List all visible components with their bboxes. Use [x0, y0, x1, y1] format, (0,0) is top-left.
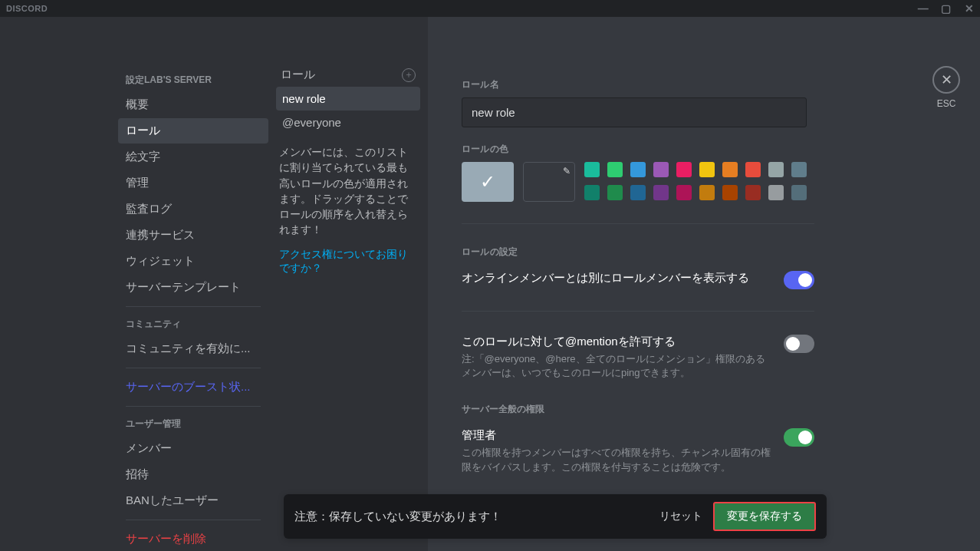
check-icon: ✓	[480, 171, 495, 193]
sidebar-item-bans[interactable]: BANしたユーザー	[118, 488, 268, 513]
role-color-label: ロールの色	[462, 143, 946, 156]
sidebar-divider	[126, 520, 261, 520]
sidebar-item-template[interactable]: サーバーテンプレート	[118, 275, 268, 300]
color-swatch[interactable]	[699, 185, 715, 200]
color-swatch[interactable]	[722, 185, 738, 200]
window-minimize-button[interactable]: —	[917, 3, 929, 14]
color-swatch[interactable]	[745, 185, 761, 200]
discord-wordmark: DISCORD	[6, 4, 48, 13]
sidebar-item-emoji[interactable]: 絵文字	[118, 144, 268, 170]
sidebar-item-widget[interactable]: ウィジェット	[118, 249, 268, 274]
custom-color-swatch[interactable]: ✎	[523, 162, 575, 202]
role-edit-panel: ✕ ESC ロール名 ロールの色 ✓ ✎ ロールの設定 オンラインメンバーとは別…	[428, 17, 980, 551]
unsaved-changes-message: 注意：保存していない変更があります！	[294, 510, 649, 524]
sidebar-header-community: コミュニティ	[118, 313, 268, 335]
settings-sidebar: 設定LAB'S SERVER 概要 ロール 絵文字 管理 監査ログ 連携サービス…	[118, 17, 268, 551]
color-swatch[interactable]	[768, 185, 784, 200]
perm-administrator-note: この権限を持つメンバーはすべての権限を持ち、チャンネル固有の権限をバイパスします…	[462, 446, 771, 473]
sidebar-item-integrations[interactable]: 連携サービス	[118, 223, 268, 248]
setting-allow-mention-toggle[interactable]	[784, 335, 814, 353]
close-icon: ✕	[941, 71, 952, 88]
esc-label: ESC	[937, 98, 956, 109]
permissions-help-link[interactable]: アクセス権についてお困りですか？	[276, 245, 420, 279]
reset-button[interactable]: リセット	[649, 503, 713, 530]
role-name-label: ロール名	[462, 78, 946, 91]
color-swatch[interactable]	[607, 162, 623, 177]
setting-allow-mention-note: 注:「@everyone、@here、全てのロールにメンション」権限のあるメンバ…	[462, 352, 771, 380]
perm-administrator-title: 管理者	[462, 427, 771, 443]
color-swatch[interactable]	[584, 185, 600, 200]
color-swatch[interactable]	[745, 162, 761, 177]
window-maximize-button[interactable]: ▢	[940, 3, 952, 14]
window-close-button[interactable]: ✕	[963, 3, 975, 14]
sidebar-header-user-mgmt: ユーザー管理	[118, 413, 268, 435]
sidebar-item-audit-log[interactable]: 監査ログ	[118, 196, 268, 222]
sidebar-item-moderation[interactable]: 管理	[118, 170, 268, 196]
sidebar-item-roles[interactable]: ロール	[118, 118, 268, 144]
close-settings-button[interactable]: ✕ ESC	[932, 66, 960, 109]
default-color-swatch[interactable]: ✓	[462, 162, 514, 202]
color-swatch[interactable]	[630, 185, 646, 200]
save-changes-button[interactable]: 変更を保存する	[713, 502, 816, 531]
sidebar-divider	[126, 368, 261, 368]
add-role-button[interactable]: ＋	[402, 68, 416, 82]
unsaved-changes-bar: 注意：保存していない変更があります！ リセット 変更を保存する	[284, 494, 827, 539]
eyedropper-icon: ✎	[563, 166, 571, 177]
sidebar-item-enable-community[interactable]: コミュニティを有効に...	[118, 336, 268, 361]
color-swatch[interactable]	[584, 162, 600, 177]
perm-administrator-toggle[interactable]	[784, 428, 814, 447]
role-settings-label: ロールの設定	[462, 246, 946, 259]
role-item-everyone[interactable]: @everyone	[276, 111, 420, 134]
sidebar-item-members[interactable]: メンバー	[118, 436, 268, 461]
titlebar: DISCORD — ▢ ✕	[0, 0, 980, 17]
server-permissions-label: サーバー全般の権限	[462, 403, 946, 416]
color-swatch[interactable]	[630, 162, 646, 177]
role-item-new-role[interactable]: new role	[276, 87, 420, 111]
color-swatch[interactable]	[676, 185, 692, 200]
sidebar-item-invites[interactable]: 招待	[118, 462, 268, 487]
divider	[462, 311, 814, 312]
color-swatch[interactable]	[722, 162, 738, 177]
sidebar-divider	[126, 306, 261, 307]
setting-display-separately-toggle[interactable]	[784, 271, 814, 289]
role-name-input[interactable]	[462, 97, 807, 127]
color-swatch-grid	[584, 162, 807, 202]
sidebar-item-delete-server[interactable]: サーバーを削除	[118, 526, 268, 551]
sidebar-item-overview[interactable]: 概要	[118, 92, 268, 117]
color-swatch[interactable]	[653, 185, 669, 200]
color-swatch[interactable]	[768, 162, 784, 177]
color-swatch[interactable]	[699, 162, 715, 177]
color-swatch[interactable]	[607, 185, 623, 200]
color-swatch[interactable]	[653, 162, 669, 177]
sidebar-header: 設定LAB'S SERVER	[118, 69, 268, 91]
roles-list-title: ロール	[281, 68, 315, 82]
color-swatch[interactable]	[676, 162, 692, 177]
role-order-hint: メンバーには、このリストに割り当てられている最も高いロールの色が適用されます。ド…	[276, 139, 420, 245]
role-list-column: ロール ＋ new role @everyone メンバーには、このリストに割り…	[268, 17, 428, 551]
setting-allow-mention-title: このロールに対して@mentionを許可する	[462, 333, 771, 349]
sidebar-item-server-boost[interactable]: サーバーのブースト状...	[118, 374, 268, 400]
setting-display-separately-title: オンラインメンバーとは別にロールメンバーを表示する	[462, 269, 771, 285]
divider	[462, 223, 814, 224]
color-swatch[interactable]	[791, 162, 807, 177]
color-swatch[interactable]	[791, 185, 807, 200]
sidebar-divider	[126, 406, 261, 407]
